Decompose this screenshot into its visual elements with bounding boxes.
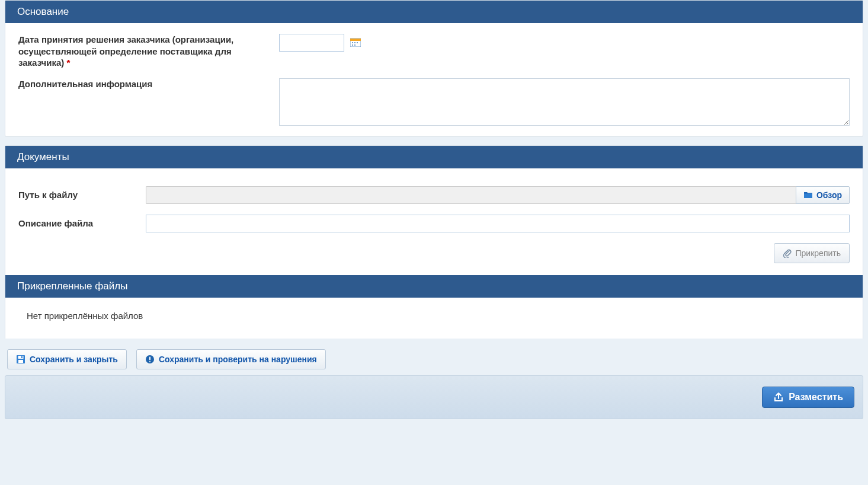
save-close-label: Сохранить и закрыть — [30, 355, 118, 364]
file-path-input[interactable] — [146, 186, 796, 204]
file-path-wrap: Обзор — [146, 186, 850, 204]
publish-button[interactable]: Разместить — [762, 387, 854, 408]
attached-header: Прикрепленные файлы — [5, 275, 863, 298]
basis-panel: Основание Дата принятия решения заказчик… — [5, 0, 863, 137]
attach-row: Прикрепить — [18, 243, 850, 263]
publish-icon — [773, 392, 784, 403]
svg-rect-9 — [18, 360, 23, 363]
additional-info-controls — [279, 78, 850, 126]
decision-date-input[interactable] — [279, 34, 344, 52]
svg-rect-1 — [350, 39, 361, 41]
decision-date-row: Дата принятия решения заказчика (организ… — [18, 34, 850, 69]
file-desc-label: Описание файла — [18, 218, 146, 228]
documents-body: Путь к файлу Обзор Описание файла — [5, 168, 863, 275]
required-mark: * — [66, 58, 70, 68]
save-close-button[interactable]: Сохранить и закрыть — [7, 349, 127, 369]
save-check-button[interactable]: Сохранить и проверить на нарушения — [136, 349, 326, 369]
file-desc-input[interactable] — [146, 215, 850, 232]
svg-rect-5 — [352, 44, 353, 46]
paperclip-icon — [783, 248, 792, 258]
browse-button[interactable]: Обзор — [796, 186, 850, 204]
attach-label: Прикрепить — [796, 248, 841, 258]
publish-bar: Разместить — [5, 375, 863, 419]
file-path-label: Путь к файлу — [18, 190, 146, 200]
svg-rect-4 — [357, 42, 358, 43]
svg-point-13 — [149, 360, 150, 362]
svg-rect-12 — [149, 356, 150, 360]
browse-label: Обзор — [816, 190, 842, 200]
calendar-icon[interactable] — [350, 37, 361, 47]
svg-rect-6 — [354, 44, 355, 46]
additional-info-label: Дополнительная информация — [18, 78, 279, 90]
documents-panel: Документы Путь к файлу Обзор Описание ф — [5, 145, 863, 339]
documents-header: Документы — [5, 146, 863, 168]
exclamation-icon — [145, 355, 155, 364]
attached-empty-text: Нет прикреплённых файлов — [5, 298, 863, 339]
svg-rect-2 — [352, 42, 353, 43]
action-bar: Сохранить и закрыть Сохранить и проверит… — [7, 349, 863, 369]
file-path-row: Путь к файлу Обзор — [18, 186, 850, 204]
save-check-label: Сохранить и проверить на нарушения — [159, 355, 317, 364]
svg-rect-10 — [21, 356, 23, 358]
svg-rect-8 — [18, 356, 24, 359]
additional-info-textarea[interactable] — [279, 78, 850, 126]
basis-header: Основание — [5, 1, 863, 23]
file-desc-row: Описание файла — [18, 215, 850, 232]
folder-icon — [803, 191, 813, 199]
save-icon — [16, 355, 25, 364]
attach-button[interactable]: Прикрепить — [774, 243, 850, 263]
decision-date-label-text: Дата принятия решения заказчика (организ… — [18, 34, 233, 68]
publish-label: Разместить — [789, 392, 843, 403]
decision-date-controls — [279, 34, 850, 52]
additional-info-row: Дополнительная информация — [18, 78, 850, 126]
decision-date-label: Дата принятия решения заказчика (организ… — [18, 34, 279, 69]
svg-rect-3 — [354, 42, 355, 43]
basis-body: Дата принятия решения заказчика (организ… — [5, 23, 863, 136]
